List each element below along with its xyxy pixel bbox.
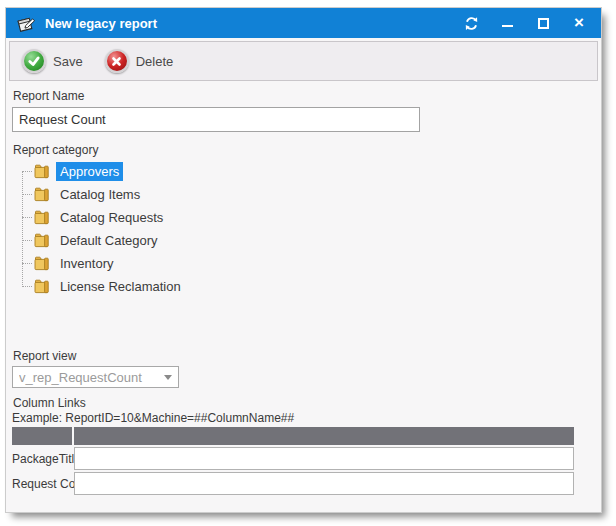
tree-item-label: License Reclamation [56, 277, 185, 296]
report-note-icon [16, 15, 36, 32]
column-links-label: Column Links [13, 396, 86, 410]
tree-item-inventory[interactable]: Inventory [14, 252, 344, 275]
dialog-window: New legacy report × [6, 8, 601, 512]
tree-item-default-category[interactable]: Default Category [14, 229, 344, 252]
grid-header-link-column [74, 427, 574, 445]
report-view-value: v_rep_RequestCount [19, 370, 160, 385]
request-count-link-input[interactable] [74, 472, 574, 495]
tree-item-license-reclamation[interactable]: License Reclamation [14, 275, 344, 298]
refresh-icon[interactable] [463, 15, 479, 31]
delete-button-label: Delete [136, 54, 174, 69]
folder-icon [34, 256, 51, 271]
save-check-icon [22, 49, 46, 73]
grid-header-name-column [12, 427, 72, 445]
report-category-label: Report category [13, 143, 98, 157]
folder-icon [34, 187, 51, 202]
maximize-icon[interactable] [535, 15, 551, 31]
toolbar: Save Delete [9, 41, 598, 81]
tree-item-label: Catalog Items [56, 185, 144, 204]
tree-item-label: Inventory [56, 254, 117, 273]
folder-icon [34, 233, 51, 248]
report-view-label: Report view [13, 349, 76, 363]
delete-button[interactable]: Delete [105, 49, 174, 73]
column-links-example: Example: ReportID=10&Machine=##ColumnNam… [12, 411, 294, 425]
titlebar: New legacy report × [6, 8, 601, 38]
report-name-label: Report Name [13, 89, 84, 103]
chevron-down-icon [164, 375, 172, 380]
tree-item-catalog-items[interactable]: Catalog Items [14, 183, 344, 206]
window-title: New legacy report [45, 16, 157, 31]
tree-item-label: Default Category [56, 231, 162, 250]
report-view-dropdown[interactable]: v_rep_RequestCount [12, 366, 179, 388]
report-name-input[interactable] [12, 107, 420, 132]
folder-icon [34, 210, 51, 225]
minimize-icon[interactable] [499, 15, 515, 31]
tree-item-approvers[interactable]: Approvers [14, 160, 344, 183]
save-button-label: Save [53, 54, 83, 69]
tree-item-label: Approvers [56, 162, 123, 181]
folder-icon [34, 279, 51, 294]
tree-item-catalog-requests[interactable]: Catalog Requests [14, 206, 344, 229]
delete-x-icon [105, 49, 129, 73]
column-row-label: PackageTitle [12, 452, 81, 466]
packagetitle-link-input[interactable] [74, 447, 574, 470]
report-category-tree: Approvers Catalog Items Catalog Requ [14, 160, 344, 298]
window-controls: × [463, 15, 591, 31]
tree-item-label: Catalog Requests [56, 208, 167, 227]
close-icon[interactable]: × [571, 15, 587, 31]
folder-icon [34, 164, 51, 179]
save-button[interactable]: Save [22, 49, 83, 73]
